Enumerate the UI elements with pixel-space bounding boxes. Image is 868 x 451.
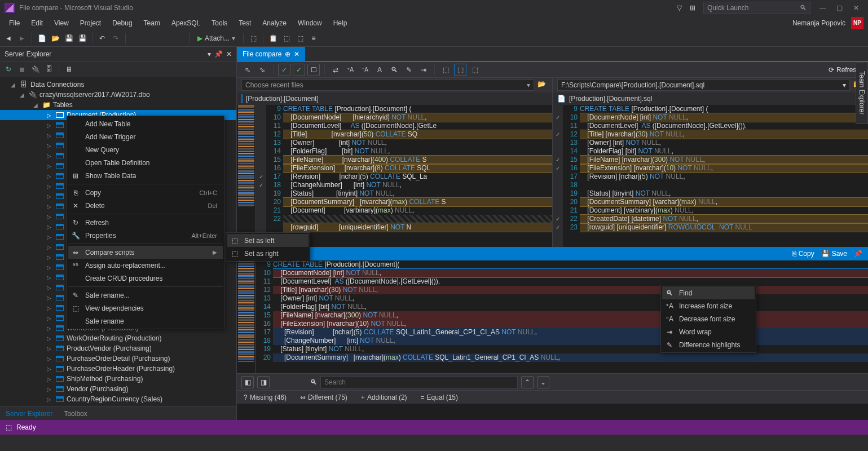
- menu-analyze[interactable]: Analyze: [258, 18, 291, 28]
- team-explorer-tab[interactable]: Team Explorer: [856, 62, 868, 124]
- menu-window[interactable]: Window: [293, 18, 327, 28]
- ctx-copy[interactable]: ⎘CopyCtrl+C: [68, 186, 223, 199]
- find-icon[interactable]: 🔍︎: [388, 64, 400, 76]
- dropdown-icon[interactable]: ▾: [208, 50, 211, 58]
- tb-a[interactable]: ⇄: [329, 64, 342, 76]
- connect-icon[interactable]: 🔌: [29, 63, 42, 76]
- ctx-refresh[interactable]: ↻Refresh: [68, 216, 223, 229]
- check-2[interactable]: ✓: [293, 64, 305, 76]
- menu-edit[interactable]: Edit: [27, 18, 47, 28]
- ctx-new-query[interactable]: New Query: [68, 143, 223, 156]
- table-row[interactable]: ▷CreditCard (Sales): [0, 404, 236, 406]
- filter-icon[interactable]: ▽: [677, 4, 682, 12]
- refresh-icon[interactable]: ↻: [2, 63, 15, 76]
- save-button[interactable]: 💾: [63, 32, 75, 45]
- left-minimap[interactable]: [237, 105, 256, 247]
- menu-team[interactable]: Team: [139, 18, 165, 28]
- tab-toolbox[interactable]: Toolbox: [58, 407, 92, 420]
- layout-1[interactable]: ⬚: [439, 64, 452, 76]
- undo-button[interactable]: ↶: [96, 32, 108, 45]
- menu-view[interactable]: View: [50, 18, 73, 28]
- tables-folder[interactable]: ◢📁 Tables: [0, 100, 236, 110]
- tb-icon-5[interactable]: ≡: [307, 32, 320, 45]
- file-compare-tab[interactable]: File compare ⊕ ✕: [237, 47, 305, 61]
- merge-minimap[interactable]: [237, 260, 256, 373]
- tab-pin-icon[interactable]: ⊕: [285, 50, 290, 58]
- ctx-assign-auto-replacement-[interactable]: ᵃᵇAssign auto-replacement...: [68, 259, 223, 272]
- menu-test[interactable]: Test: [234, 18, 255, 28]
- search-up-icon[interactable]: ⌃: [521, 376, 534, 388]
- close-panel-icon[interactable]: ✕: [226, 50, 232, 58]
- user-name[interactable]: Nemanja Popovic: [789, 19, 849, 27]
- save-button[interactable]: 💾Save: [818, 250, 851, 258]
- menu-file[interactable]: File: [5, 18, 24, 28]
- attach-button[interactable]: ▶ Attach... ▾: [193, 32, 240, 45]
- user-badge[interactable]: NP: [851, 17, 863, 29]
- ctx-set-as-left[interactable]: ⬚Set as left: [227, 234, 309, 247]
- ctx-merge-find[interactable]: 🔍︎Find: [662, 286, 755, 299]
- right-code-area[interactable]: ✓✓✓✓✓✓ 91011121314151617181920212223 CRE…: [553, 105, 868, 247]
- server-icon[interactable]: 🖥: [63, 63, 75, 76]
- left-code-area[interactable]: ✓✓ 910111213141516171819202122 CREATE TA…: [237, 105, 552, 247]
- new-project-button[interactable]: 📄: [36, 32, 48, 45]
- save-all-button[interactable]: 💾: [76, 32, 89, 45]
- ctx-delete[interactable]: ✕DeleteDel: [68, 199, 223, 212]
- open-button[interactable]: 📂: [49, 32, 61, 45]
- connection-node[interactable]: ◢🔌 crazy\mssqlserver2017.AW2017.dbo: [0, 90, 236, 100]
- maximize-button[interactable]: ▢: [836, 4, 847, 12]
- copy-button[interactable]: ⎘Copy: [789, 250, 818, 258]
- ctx-add-new-table[interactable]: Add New Table: [68, 117, 223, 130]
- ctx-merge-difference-highlights[interactable]: ✎Difference highlights: [662, 338, 755, 351]
- right-file-path[interactable]: F:\Scripts\Compare\[Production].[Documen…: [557, 79, 850, 91]
- close-button[interactable]: ✕: [853, 4, 863, 12]
- notifications-icon[interactable]: ⊞: [690, 4, 695, 12]
- uncheck[interactable]: ☐: [307, 64, 320, 76]
- tb-icon-2[interactable]: 📋: [267, 32, 279, 45]
- wrap-icon[interactable]: ⇥: [417, 64, 430, 76]
- tb-icon-1[interactable]: ⬚: [247, 32, 259, 45]
- ctx-safe-rename[interactable]: Safe rename: [68, 315, 223, 328]
- merge-code-area[interactable]: 91011121314151617181920 CREATE TABLE [Pr…: [237, 260, 868, 373]
- nav-next-icon[interactable]: ⬂: [256, 64, 268, 76]
- table-row[interactable]: ▷CountryRegionCurrency (Sales): [0, 394, 236, 404]
- menu-tools[interactable]: Tools: [207, 18, 232, 28]
- back-button[interactable]: ◄: [2, 32, 15, 45]
- layout-left-icon[interactable]: ◧: [241, 376, 254, 388]
- quick-launch-input[interactable]: Quick Launch 🔍︎: [703, 2, 810, 14]
- table-row[interactable]: ▷ShipMethod (Purchasing): [0, 374, 236, 384]
- minimize-button[interactable]: —: [819, 4, 830, 12]
- menu-help[interactable]: Help: [329, 18, 352, 28]
- search-input[interactable]: [320, 376, 518, 388]
- table-row[interactable]: ▷Vendor (Purchasing): [0, 384, 236, 394]
- font-a1[interactable]: ⁺A: [344, 64, 356, 76]
- layout-right-icon[interactable]: ◨: [257, 376, 270, 388]
- tb-icon-3[interactable]: ⬚: [280, 32, 293, 45]
- layout-2[interactable]: ⬚: [454, 64, 466, 76]
- font-a2[interactable]: ⁻A: [359, 64, 371, 76]
- table-row[interactable]: ▷PurchaseOrderDetail (Purchasing): [0, 353, 236, 364]
- redo-button[interactable]: ↷: [109, 32, 122, 45]
- menu-debug[interactable]: Debug: [108, 18, 136, 28]
- check-1[interactable]: ✓: [278, 64, 290, 76]
- pin-icon[interactable]: 📌: [854, 250, 862, 258]
- table-row[interactable]: ▷ProductVendor (Purchasing): [0, 343, 236, 353]
- menu-apexsql[interactable]: ApexSQL: [167, 18, 205, 28]
- layout-3[interactable]: ⬚: [469, 64, 481, 76]
- ctx-merge-decrease-font-size[interactable]: ⁻ADecrease font size: [662, 312, 755, 325]
- menu-project[interactable]: Project: [76, 18, 105, 28]
- tb-icon-4[interactable]: ⬚: [294, 32, 306, 45]
- ctx-view-dependencies[interactable]: ⬚View dependencies: [68, 302, 223, 315]
- search-down-icon[interactable]: ⌄: [537, 376, 549, 388]
- data-connections-node[interactable]: ◢🗄 Data Connections: [0, 79, 236, 90]
- ctx-compare-scripts[interactable]: ⇔Compare scripts▶: [68, 246, 223, 259]
- ctx-show-table-data[interactable]: ⊞Show Table Data: [68, 169, 223, 182]
- table-row[interactable]: ▷WorkOrderRouting (Production): [0, 333, 236, 343]
- table-row[interactable]: ▷PurchaseOrderHeader (Purchasing): [0, 364, 236, 374]
- ctx-open-table-definition[interactable]: Open Table Definition: [68, 156, 223, 169]
- ctx-safe-rename-[interactable]: ✎Safe rename...: [68, 289, 223, 302]
- left-file-selector[interactable]: Choose recent files ▾: [241, 79, 534, 91]
- ctx-properties[interactable]: 🔧PropertiesAlt+Enter: [68, 229, 223, 242]
- ctx-create-crud-procedures[interactable]: Create CRUD procedures: [68, 272, 223, 285]
- stop-icon[interactable]: ◼: [16, 63, 28, 76]
- ctx-set-as-right[interactable]: ⬚Set as right: [227, 247, 309, 260]
